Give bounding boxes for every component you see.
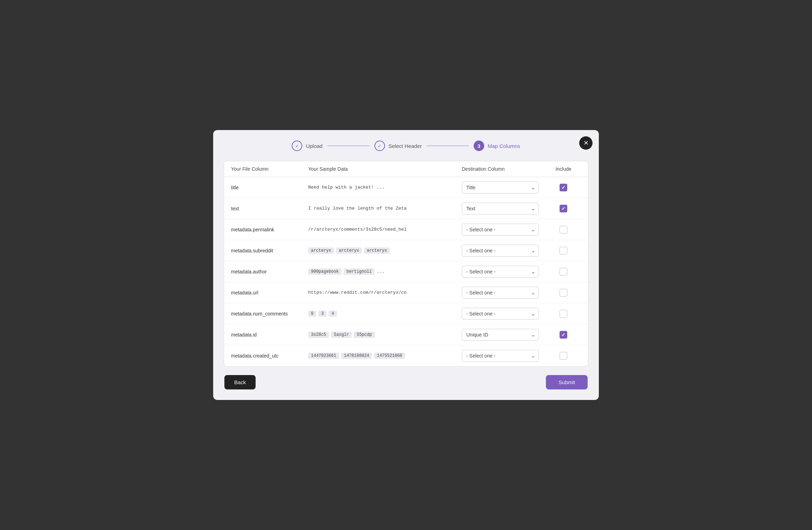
sample-data-cell: /r/arcteryx/comments/3s28c5/need_hel	[308, 227, 462, 232]
include-checkbox[interactable]	[560, 205, 567, 212]
back-button[interactable]: Back	[224, 375, 256, 389]
sample-tag: arcteryx	[336, 247, 362, 254]
step-map-columns: 3 Map Columns	[474, 141, 520, 151]
include-cell	[546, 352, 581, 360]
sample-data-cell: arcteryxarcteryxarcteryx	[308, 247, 462, 254]
destination-select-wrapper: - Select one -TitleTextUnique IDAuthorUR…	[462, 203, 539, 215]
destination-cell: - Select one -TitleTextUnique IDAuthorUR…	[462, 350, 546, 362]
modal-container: ✕ ✓ Upload ✓ Select Header 3 Map Columns…	[213, 130, 599, 400]
sample-tag: arcteryx	[308, 247, 334, 254]
sample-data-cell: I really love the length of the Zeta	[308, 206, 462, 211]
step-upload-label: Upload	[306, 143, 323, 149]
step-select-header-label: Select Header	[388, 143, 422, 149]
footer: Back Submit	[224, 375, 588, 389]
sample-tag: 900pagebook	[308, 269, 341, 275]
destination-select[interactable]: - Select one -TitleTextUnique IDAuthorUR…	[462, 329, 539, 341]
include-checkbox[interactable]	[560, 310, 567, 318]
table-row: textI really love the length of the Zeta…	[224, 198, 588, 219]
destination-select-wrapper: - Select one -TitleTextUnique IDAuthorUR…	[462, 287, 539, 299]
step-line-2	[427, 145, 469, 146]
col-name-cell: metadata.id	[231, 332, 308, 338]
include-cell	[546, 268, 581, 276]
sample-data-cell: 034	[308, 311, 462, 317]
sample-data-cell: 900pagebookbertignoll...	[308, 269, 462, 275]
sample-data-cell: https://www.reddit.com/r/arcteryx/co	[308, 290, 462, 295]
destination-select[interactable]: - Select one -TitleTextUnique IDAuthorUR…	[462, 308, 539, 320]
sample-tag: arcteryx	[364, 247, 390, 254]
destination-select-wrapper: - Select one -TitleTextUnique IDAuthorUR…	[462, 224, 539, 236]
include-checkbox[interactable]	[560, 352, 567, 360]
include-checkbox[interactable]	[560, 289, 567, 297]
step-map-columns-circle: 3	[474, 141, 484, 151]
col-header-sample-data: Your Sample Data	[308, 166, 462, 172]
sample-tag: 3s28c5	[308, 332, 329, 338]
step-upload-icon: ✓	[295, 143, 299, 149]
col-header-destination: Destination Column	[462, 166, 546, 172]
step-upload: ✓ Upload	[292, 141, 323, 151]
col-name-cell: metadata.author	[231, 269, 308, 274]
close-button[interactable]: ✕	[579, 136, 593, 150]
include-cell	[546, 205, 581, 212]
sample-tag: bertignoll	[344, 269, 374, 275]
table-body: titleNeed help with a jacket! ...- Selec…	[224, 177, 588, 366]
sample-tag: 0	[308, 311, 316, 317]
sample-text: /r/arcteryx/comments/3s28c5/need_hel	[308, 227, 407, 232]
table-header-row: Your File Column Your Sample Data Destin…	[224, 161, 588, 177]
table-row: metadata.created_utc14470236611478188024…	[224, 345, 588, 366]
sample-data-cell: Need help with a jacket! ...	[308, 185, 462, 190]
destination-select-wrapper: - Select one -TitleTextUnique IDAuthorUR…	[462, 350, 539, 362]
sample-text: https://www.reddit.com/r/arcteryx/co	[308, 290, 407, 295]
sample-tag: 1475521868	[374, 353, 405, 359]
table-row: titleNeed help with a jacket! ...- Selec…	[224, 177, 588, 198]
destination-select[interactable]: - Select one -TitleTextUnique IDAuthorUR…	[462, 287, 539, 299]
sample-more: ...	[377, 269, 385, 274]
sample-tag: 1447023661	[308, 353, 339, 359]
sample-text: I really love the length of the Zeta	[308, 206, 407, 211]
sample-text: Need help with a jacket! ...	[308, 185, 385, 190]
destination-cell: - Select one -TitleTextUnique IDAuthorUR…	[462, 308, 546, 320]
col-header-include: Include	[546, 166, 581, 172]
sample-tag: 5axglr	[331, 332, 352, 338]
step-map-columns-label: Map Columns	[488, 143, 520, 149]
step-select-header-icon: ✓	[378, 143, 381, 149]
destination-cell: - Select one -TitleTextUnique IDAuthorUR…	[462, 266, 546, 278]
step-upload-circle: ✓	[292, 141, 302, 151]
sample-data-cell: 3s28c55axglr55pcdp	[308, 332, 462, 338]
destination-select-wrapper: - Select one -TitleTextUnique IDAuthorUR…	[462, 308, 539, 320]
include-cell	[546, 226, 581, 233]
col-name-cell: metadata.num_comments	[231, 311, 308, 317]
destination-select[interactable]: - Select one -TitleTextUnique IDAuthorUR…	[462, 224, 539, 236]
include-cell	[546, 247, 581, 254]
col-name-cell: metadata.created_utc	[231, 353, 308, 359]
include-checkbox[interactable]	[560, 184, 567, 191]
include-checkbox[interactable]	[560, 247, 567, 254]
destination-select[interactable]: - Select one -TitleTextUnique IDAuthorUR…	[462, 245, 539, 257]
submit-button[interactable]: Submit	[546, 375, 588, 389]
sample-tag: 1478188024	[341, 353, 372, 359]
destination-select-wrapper: - Select one -TitleTextUnique IDAuthorUR…	[462, 329, 539, 341]
destination-cell: - Select one -TitleTextUnique IDAuthorUR…	[462, 245, 546, 257]
destination-select[interactable]: - Select one -TitleTextUnique IDAuthorUR…	[462, 266, 539, 278]
destination-cell: - Select one -TitleTextUnique IDAuthorUR…	[462, 329, 546, 341]
table-row: metadata.id3s28c55axglr55pcdp- Select on…	[224, 324, 588, 345]
destination-select[interactable]: - Select one -TitleTextUnique IDAuthorUR…	[462, 350, 539, 362]
include-checkbox[interactable]	[560, 268, 567, 276]
col-name-cell: metadata.url	[231, 290, 308, 295]
include-cell	[546, 289, 581, 297]
col-header-file-column: Your File Column	[231, 166, 308, 172]
destination-select-wrapper: - Select one -TitleTextUnique IDAuthorUR…	[462, 182, 539, 193]
destination-select-wrapper: - Select one -TitleTextUnique IDAuthorUR…	[462, 245, 539, 257]
table-row: metadata.subredditarcteryxarcteryxarcter…	[224, 240, 588, 261]
step-select-header-circle: ✓	[374, 141, 385, 151]
include-checkbox[interactable]	[560, 331, 567, 339]
sample-tag: 55pcdp	[354, 332, 374, 338]
destination-cell: - Select one -TitleTextUnique IDAuthorUR…	[462, 203, 546, 215]
destination-cell: - Select one -TitleTextUnique IDAuthorUR…	[462, 182, 546, 193]
table-row: metadata.permalink/r/arcteryx/comments/3…	[224, 219, 588, 240]
destination-select[interactable]: - Select one -TitleTextUnique IDAuthorUR…	[462, 203, 539, 215]
include-checkbox[interactable]	[560, 226, 567, 233]
col-name-cell: metadata.subreddit	[231, 248, 308, 253]
destination-cell: - Select one -TitleTextUnique IDAuthorUR…	[462, 287, 546, 299]
destination-cell: - Select one -TitleTextUnique IDAuthorUR…	[462, 224, 546, 236]
destination-select[interactable]: - Select one -TitleTextUnique IDAuthorUR…	[462, 182, 539, 193]
